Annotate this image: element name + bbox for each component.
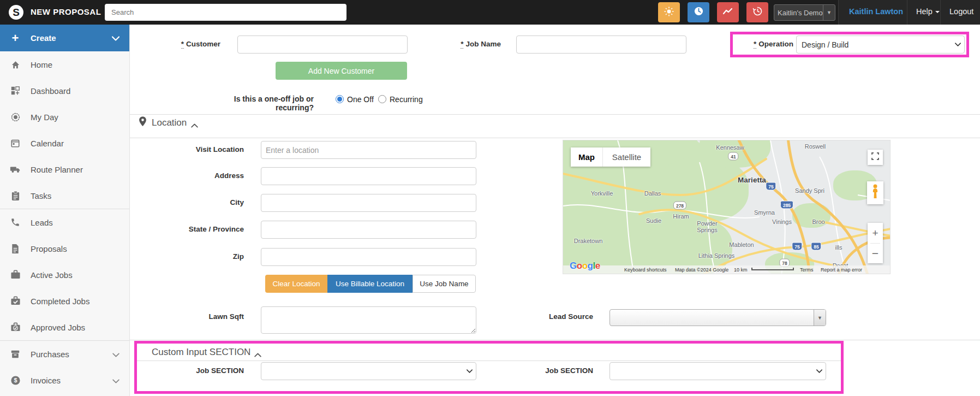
sidebar-item-proposals[interactable]: Proposals (0, 235, 129, 262)
plus-icon: + (0, 31, 31, 45)
customer-label: *Customer (154, 40, 220, 48)
chevron-down-icon (812, 369, 826, 373)
sidebar-item-my-day[interactable]: My Day (0, 104, 129, 130)
sidebar-item-active-jobs[interactable]: Active Jobs (0, 262, 129, 288)
map-type-control: Map Satellite (571, 147, 650, 167)
recurring-radio[interactable] (378, 95, 386, 103)
fullscreen-button[interactable] (868, 150, 883, 165)
sidebar-item-invoices[interactable]: $ Invoices (0, 367, 129, 393)
map-view-button[interactable]: Map (571, 147, 602, 167)
map-place-label: Hiram (673, 213, 689, 220)
state-province-input[interactable] (261, 221, 476, 239)
lawn-sqft-label: Lawn Sqft (178, 312, 244, 321)
map-place-label: Marietta (738, 176, 766, 184)
route-shield: 278 (673, 202, 686, 210)
search-input[interactable] (105, 4, 346, 21)
interstate-shield: 75 (766, 182, 776, 191)
sidebar-item-leads[interactable]: Leads (0, 209, 129, 235)
trend-line-icon (722, 7, 733, 18)
lead-source-value (610, 310, 814, 326)
trends-button[interactable] (717, 2, 739, 22)
briefcase-approved-icon (0, 322, 31, 332)
use-job-name-button[interactable]: Use Job Name (413, 275, 476, 293)
report-map-error-link[interactable]: Report a map error (821, 267, 862, 273)
lawn-sqft-textarea[interactable] (261, 306, 476, 334)
sidebar-item-route-planner[interactable]: Route Planner (0, 156, 129, 182)
map-place-label: Yorkville (591, 190, 613, 197)
city-label: City (178, 198, 244, 206)
map-data-text: Map data ©2024 Google (675, 267, 728, 273)
dollar-circle-icon: $ (0, 375, 31, 386)
sidebar-item-dashboard[interactable]: Dashboard (0, 78, 129, 104)
operation-select[interactable]: Design / Build (796, 36, 965, 54)
map-place-label: Sandy Spri (795, 187, 824, 194)
lead-source-select[interactable]: ▼ (609, 309, 826, 326)
keyboard-shortcuts-link[interactable]: Keyboard shortcuts (624, 267, 667, 273)
map-place-label: Draketown (574, 238, 603, 244)
home-icon (0, 60, 31, 70)
map-place-label: Mableton (729, 241, 754, 248)
street-view-pegman-button[interactable] (867, 181, 883, 204)
map-place-label: Powder Springs (691, 220, 723, 233)
section-divider (130, 138, 980, 138)
user-name-link[interactable]: Kaitlin Lawton (849, 7, 903, 16)
clock-button[interactable] (688, 2, 709, 22)
sidebar-item-tasks[interactable]: Tasks (0, 182, 129, 209)
zoom-in-button[interactable]: + (868, 223, 883, 243)
custom-section-collapse-chevron-up-icon[interactable] (254, 350, 261, 359)
history-button[interactable] (746, 2, 768, 22)
address-input[interactable] (261, 167, 476, 185)
sidebar-item-purchases[interactable]: Purchases (0, 341, 129, 367)
map-place-label: Kennesaw (716, 144, 744, 151)
map-canvas[interactable]: Kennesaw Roswell Marietta Yorkville Dall… (563, 140, 891, 274)
sidebar-create-button[interactable]: + Create (0, 25, 129, 51)
chevron-down-icon (112, 350, 119, 359)
zoom-out-button[interactable]: − (868, 244, 883, 263)
clock-icon (694, 6, 704, 19)
add-new-customer-button[interactable]: Add New Customer (276, 62, 407, 80)
logout-button[interactable]: Logout (949, 7, 973, 16)
one-off-radio-label[interactable]: One Off (347, 95, 374, 104)
operation-label: *Operation (737, 40, 793, 48)
city-input[interactable] (261, 194, 476, 212)
topbar-divider (907, 0, 907, 25)
visit-location-input[interactable] (261, 141, 476, 159)
clear-location-button[interactable]: Clear Location (265, 275, 327, 293)
sidebar-item-calendar[interactable]: Calendar (0, 130, 129, 156)
section-divider (130, 114, 980, 115)
one-off-radio[interactable] (336, 95, 344, 103)
top-bar: S NEW PROPOSAL Kaitlin's Demo ▼ Kaitlin … (0, 0, 980, 25)
sun-toggle-button[interactable] (658, 2, 680, 22)
terms-link[interactable]: Terms (800, 267, 814, 273)
dashboard-icon (0, 86, 31, 96)
visit-location-label: Visit Location (178, 145, 244, 153)
account-select-arrow-icon: ▼ (823, 5, 835, 20)
custom-section-title: Custom Input SECTION (152, 347, 250, 358)
sidebar: + Create Home Dashboard My Day Calendar … (0, 25, 130, 396)
account-select[interactable]: Kaitlin's Demo ▼ (774, 4, 835, 21)
use-billable-location-button[interactable]: Use Billable Location (327, 275, 413, 293)
job-name-input[interactable] (516, 36, 686, 54)
sidebar-item-completed-jobs[interactable]: Completed Jobs (0, 288, 129, 314)
chevron-down-icon (112, 376, 119, 385)
job-section-select-2[interactable] (609, 362, 826, 380)
truck-icon (0, 165, 31, 174)
state-province-label: State / Province (173, 225, 244, 233)
history-icon (752, 6, 763, 19)
satellite-view-button[interactable]: Satellite (602, 147, 650, 167)
help-menu[interactable]: Help (916, 7, 940, 16)
zip-input[interactable] (261, 248, 476, 266)
interstate-shield: 75 (792, 243, 802, 251)
sidebar-item-approved-jobs[interactable]: Approved Jobs (0, 314, 129, 340)
phone-icon (0, 217, 31, 227)
sidebar-item-home[interactable]: Home (0, 51, 129, 78)
calendar-icon (0, 138, 31, 148)
recurrence-question-label: Is this a one-off job or recurring? (194, 94, 314, 112)
customer-input[interactable] (237, 36, 408, 54)
app-logo-icon[interactable]: S (9, 5, 23, 20)
job-section-select-1[interactable] (261, 362, 476, 380)
recurring-radio-label[interactable]: Recurring (390, 95, 423, 104)
route-shield: 41 (728, 152, 738, 161)
location-collapse-chevron-up-icon[interactable] (191, 120, 198, 130)
job-name-label: *Job Name (435, 40, 501, 48)
